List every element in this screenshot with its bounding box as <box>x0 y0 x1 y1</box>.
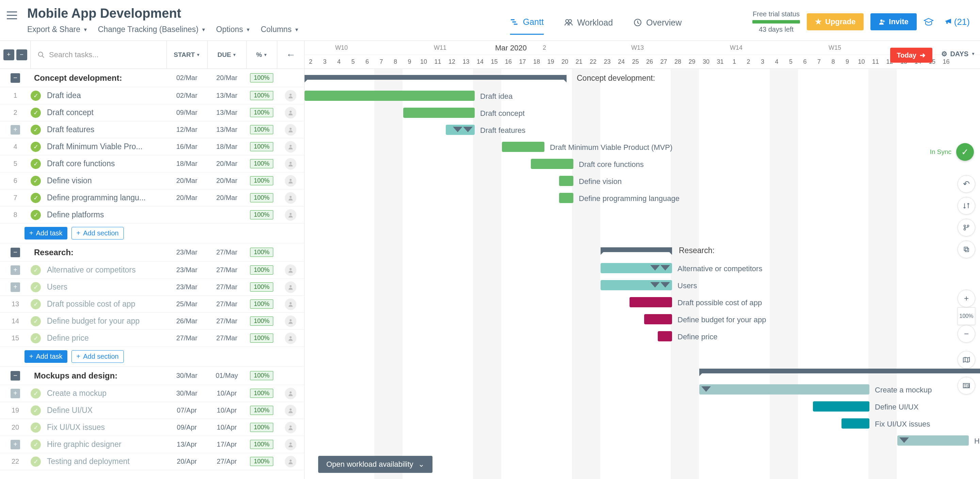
workload-availability-button[interactable]: Open workload availability ⌄ <box>318 456 433 473</box>
change-tracking-menu[interactable]: Change Tracking (Baselines)▼ <box>98 25 206 34</box>
task-check-icon[interactable]: ✓ <box>30 108 41 118</box>
gantt-bar[interactable]: Define vision <box>559 176 573 186</box>
task-check-icon[interactable]: ✓ <box>30 316 41 326</box>
task-name[interactable]: Draft Minimum Viable Pro... <box>47 142 166 151</box>
zoom-reset-button[interactable]: 100% <box>958 307 975 325</box>
academy-icon[interactable] <box>924 18 937 26</box>
assignee-avatar[interactable] <box>285 264 296 276</box>
gantt-bar[interactable]: Define price <box>658 331 672 342</box>
task-name[interactable]: Create a mockup <box>47 389 166 398</box>
assignee-avatar[interactable] <box>285 332 296 344</box>
expand-all-button[interactable]: + <box>3 49 14 60</box>
export-menu[interactable]: Export & Share▼ <box>27 25 88 34</box>
gantt-bar[interactable]: Draft features <box>446 125 475 135</box>
assignee-avatar[interactable] <box>285 439 296 450</box>
assignee-avatar[interactable] <box>285 316 296 327</box>
tab-gantt[interactable]: Gantt <box>510 17 544 35</box>
assignee-avatar[interactable] <box>285 107 296 118</box>
task-check-icon[interactable]: ✓ <box>30 193 41 203</box>
assignee-avatar[interactable] <box>285 281 296 293</box>
collapse-section-button[interactable]: − <box>11 371 20 380</box>
columns-menu[interactable]: Columns▼ <box>261 25 299 34</box>
gantt-bar[interactable]: Fix UI/UX issues <box>842 418 869 429</box>
tab-overview[interactable]: Overview <box>633 17 682 35</box>
add-section-button[interactable]: + Add section <box>72 350 124 363</box>
task-check-icon[interactable]: ✓ <box>30 265 41 275</box>
collapse-all-button[interactable]: − <box>16 49 27 60</box>
task-name[interactable]: Draft idea <box>47 91 166 100</box>
column-due[interactable]: DUE ▼ <box>208 41 247 69</box>
assignee-avatar[interactable] <box>285 456 296 468</box>
sort-button[interactable] <box>958 197 975 215</box>
invite-button[interactable]: Invite <box>870 13 916 30</box>
task-name[interactable]: Testing and deployment <box>47 457 166 466</box>
task-name[interactable]: Draft features <box>47 125 166 134</box>
column-start[interactable]: START ▼ <box>167 41 208 69</box>
assignee-avatar[interactable] <box>285 192 296 204</box>
assignee-avatar[interactable] <box>285 422 296 433</box>
gantt-bar[interactable]: Hire g <box>897 435 969 445</box>
gantt-bar[interactable]: Define UI/UX <box>813 401 869 412</box>
expand-task-button[interactable]: + <box>11 265 20 275</box>
task-check-icon[interactable]: ✓ <box>30 457 41 467</box>
task-name[interactable]: Hire graphic designer <box>47 440 166 449</box>
task-name[interactable]: Draft possible cost of app <box>47 299 166 309</box>
task-check-icon[interactable]: ✓ <box>30 406 41 416</box>
branch-button[interactable] <box>958 219 975 236</box>
task-check-icon[interactable]: ✓ <box>30 333 41 343</box>
collapse-section-button[interactable]: − <box>11 73 20 83</box>
news-button[interactable] <box>958 377 975 394</box>
zoom-in-button[interactable]: + <box>958 290 975 307</box>
gantt-bar[interactable]: Define programming language <box>559 193 573 203</box>
task-check-icon[interactable]: ✓ <box>30 125 41 135</box>
expand-task-button[interactable]: + <box>11 125 20 134</box>
task-check-icon[interactable]: ✓ <box>30 210 41 220</box>
task-check-icon[interactable]: ✓ <box>30 282 41 292</box>
task-name[interactable]: Define price <box>47 334 166 343</box>
task-check-icon[interactable]: ✓ <box>30 91 41 101</box>
upgrade-button[interactable]: ★ Upgrade <box>807 13 864 30</box>
task-check-icon[interactable]: ✓ <box>30 159 41 169</box>
add-task-button[interactable]: + Add task <box>24 350 67 363</box>
column-pct[interactable]: % ▼ <box>247 41 277 69</box>
task-name[interactable]: Define vision <box>47 176 166 185</box>
task-check-icon[interactable]: ✓ <box>30 176 41 186</box>
task-name[interactable]: Define platforms <box>47 210 166 219</box>
gantt-bar[interactable]: Create a mockup <box>699 384 869 394</box>
gantt-bar[interactable]: Draft possible cost of app <box>630 297 672 307</box>
options-menu[interactable]: Options▼ <box>216 25 250 34</box>
search-input[interactable]: Search tasks... <box>30 41 167 69</box>
gantt-bar[interactable]: Draft core functions <box>531 159 573 169</box>
gantt-bar[interactable]: Users <box>601 280 672 290</box>
expand-task-button[interactable]: + <box>11 283 20 292</box>
assignee-avatar[interactable] <box>285 90 296 102</box>
assignee-avatar[interactable] <box>285 175 296 187</box>
task-name[interactable]: Fix UI/UX issues <box>47 423 166 432</box>
undo-button[interactable]: ↶ <box>958 175 975 193</box>
assignee-avatar[interactable] <box>285 158 296 170</box>
gantt-bar[interactable]: Draft Minimum Viable Product (MVP) <box>502 142 544 152</box>
task-name[interactable]: Define programming langu... <box>47 193 166 202</box>
today-button[interactable]: Today ➜ <box>890 48 932 63</box>
assignee-avatar[interactable] <box>285 209 296 221</box>
menu-toggle[interactable] <box>3 7 21 24</box>
gantt-bar[interactable]: Draft concept <box>403 108 475 118</box>
assignee-avatar[interactable] <box>285 405 296 416</box>
gantt-bar[interactable]: Alternative or competitors <box>601 263 672 273</box>
assignee-avatar[interactable] <box>285 388 296 399</box>
task-check-icon[interactable]: ✓ <box>30 142 41 152</box>
task-name[interactable]: Alternative or competitors <box>47 265 166 275</box>
add-section-button[interactable]: + Add section <box>72 227 124 240</box>
task-name[interactable]: Users <box>47 283 166 292</box>
zoom-out-button[interactable]: − <box>958 325 975 343</box>
task-check-icon[interactable]: ✓ <box>30 422 41 433</box>
assignee-avatar[interactable] <box>285 124 296 136</box>
task-name[interactable]: Define UI/UX <box>47 406 166 415</box>
copy-button[interactable] <box>958 241 975 258</box>
tab-workload[interactable]: Workload <box>564 17 613 35</box>
expand-task-button[interactable]: + <box>11 440 20 449</box>
task-check-icon[interactable]: ✓ <box>30 388 41 399</box>
assignee-avatar[interactable] <box>285 141 296 153</box>
add-task-button[interactable]: + Add task <box>24 227 67 240</box>
expand-task-button[interactable]: + <box>11 389 20 398</box>
